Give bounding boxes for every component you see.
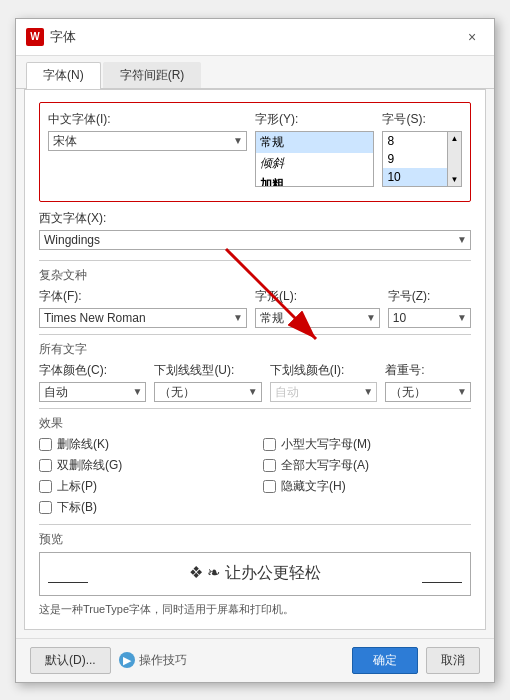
all-caps-label: 全部大写字母(A) [281,457,369,474]
dialog-title: 字体 [50,28,76,46]
all-caps-checkbox[interactable] [263,459,276,472]
font-color-label: 字体颜色(C): [39,362,146,379]
style-list[interactable]: 常规 倾斜 加粗 [255,131,374,187]
complex-size-select[interactable]: 10 8 9 12 [388,308,471,328]
superscript-label: 上标(P) [57,478,97,495]
effects-title: 效果 [39,415,471,432]
western-font-select[interactable]: Wingdings Arial Times New Roman [39,230,471,250]
font-color-select[interactable]: 自动 [39,382,146,402]
effects-section: 效果 删除线(K) 小型大写字母(M) 双删除线(G) 全部大写字母(A) [39,408,471,516]
wps-logo-icon: W [26,28,44,46]
chinese-font-select[interactable]: 宋体 黑体 楷体 [48,131,247,151]
default-button[interactable]: 默认(D)... [30,647,111,674]
hidden-label: 隐藏文字(H) [281,478,346,495]
preview-title: 预览 [39,531,471,548]
small-caps-label: 小型大写字母(M) [281,436,371,453]
preview-line-right [422,582,462,583]
size-label: 字号(S): [382,111,462,128]
western-font-label: 西文字体(X): [39,210,471,227]
dialog-content: 中文字体(I): 宋体 黑体 楷体 ▼ 字形(Y): 常规 [24,89,486,630]
complex-size-label: 字号(Z): [388,288,471,305]
tab-spacing[interactable]: 字符间距(R) [103,62,202,88]
info-text: 这是一种TrueType字体，同时适用于屏幕和打印机。 [39,602,471,617]
preview-box: ❖ ❧ 让办公更轻松 [39,552,471,596]
double-strikethrough-checkbox[interactable] [39,459,52,472]
preview-text: ❖ ❧ 让办公更轻松 [189,563,321,584]
complex-style-select[interactable]: 常规 倾斜 加粗 [255,308,380,328]
hidden-checkbox[interactable] [263,480,276,493]
complex-font-select[interactable]: Times New Roman Arial [39,308,247,328]
tips-icon: ▶ [119,652,135,668]
superscript-item: 上标(P) [39,478,247,495]
emphasis-label: 着重号: [385,362,471,379]
tips-button[interactable]: ▶ 操作技巧 [119,652,187,669]
tab-bar: 字体(N) 字符间距(R) [16,56,494,89]
dialog-footer: 默认(D)... ▶ 操作技巧 确定 取消 [16,638,494,682]
strikethrough-item: 删除线(K) [39,436,247,453]
all-text-title: 所有文字 [39,341,471,358]
title-bar: W 字体 × [16,19,494,56]
complex-font-label: 字体(F): [39,288,247,305]
chinese-font-section: 中文字体(I): 宋体 黑体 楷体 ▼ 字形(Y): 常规 [39,102,471,202]
chinese-font-label: 中文字体(I): [48,111,247,128]
hidden-item: 隐藏文字(H) [263,478,471,495]
strikethrough-checkbox[interactable] [39,438,52,451]
superscript-checkbox[interactable] [39,480,52,493]
tips-label: 操作技巧 [139,652,187,669]
subscript-label: 下标(B) [57,499,97,516]
subscript-item: 下标(B) [39,499,247,516]
size-list[interactable]: 8 9 10 ▲ ▼ [382,131,462,187]
ok-button[interactable]: 确定 [352,647,418,674]
complex-section: 复杂文种 字体(F): Times New Roman Arial ▼ 字形(L… [39,260,471,328]
underline-color-label: 下划线颜色(I): [270,362,377,379]
tab-font[interactable]: 字体(N) [26,62,101,89]
cancel-button[interactable]: 取消 [426,647,480,674]
double-strikethrough-label: 双删除线(G) [57,457,122,474]
all-caps-item: 全部大写字母(A) [263,457,471,474]
underline-label: 下划线线型(U): [154,362,261,379]
western-font-section: 西文字体(X): Wingdings Arial Times New Roman… [39,210,471,250]
double-strikethrough-item: 双删除线(G) [39,457,247,474]
close-button[interactable]: × [460,25,484,49]
all-text-section: 所有文字 字体颜色(C): 自动 ▼ 下划线线型(U): [39,334,471,402]
subscript-checkbox[interactable] [39,501,52,514]
complex-section-title: 复杂文种 [39,267,471,284]
strikethrough-label: 删除线(K) [57,436,109,453]
style-label: 字形(Y): [255,111,374,128]
complex-style-label: 字形(L): [255,288,380,305]
preview-line-left [48,582,88,583]
small-caps-item: 小型大写字母(M) [263,436,471,453]
preview-section: 预览 ❖ ❧ 让办公更轻松 [39,524,471,596]
underline-color-select[interactable]: 自动 [270,382,377,402]
emphasis-select[interactable]: （无） [385,382,471,402]
underline-select[interactable]: （无） [154,382,261,402]
small-caps-checkbox[interactable] [263,438,276,451]
